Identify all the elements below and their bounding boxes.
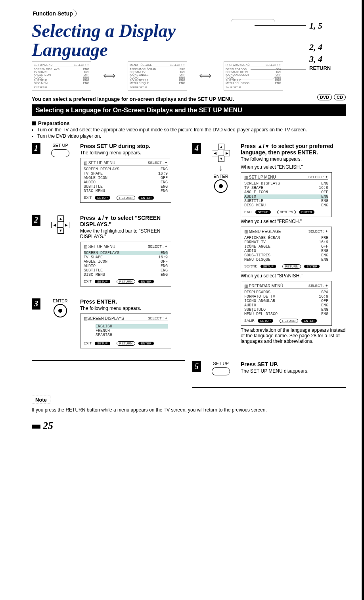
cd-pill: CD (334, 94, 346, 100)
osd-row: SCREEN DISPLAYSENG (244, 181, 328, 186)
dpad-up-icon: ▲ (218, 144, 224, 150)
divider (192, 387, 346, 388)
osd-row: TV SHAPE16:9 (84, 255, 168, 260)
mini-screen-eng: SET UP MENUSELECT : ✦ SCREEN DISPLAYSENG… (32, 62, 91, 90)
enter-button-icon (54, 304, 67, 317)
osd-screen: ▥SCREEN DISPLAYSSELECT : ✦ ENGLISHFRENCH… (80, 313, 171, 348)
osd-select: SELECT : ✦ (148, 316, 168, 321)
return-pill: RETURN (117, 196, 135, 200)
function-setup-badge: Function Setup (32, 10, 77, 18)
mini-foot: SORTIE:SETUP (130, 86, 185, 88)
osd-row: FORMATO DE TV16:9 (244, 294, 328, 299)
mini-select: SELECT : ✦ (170, 63, 185, 67)
osd-row: AFFICHAGE-ÉCRANFRE (244, 236, 328, 240)
dpad-up-icon: ▲ (57, 215, 64, 222)
step-text: The following menu appears. (80, 306, 185, 311)
step-heading: Press SET UP during stop. (80, 143, 185, 149)
setup-pill: SETUP (258, 319, 273, 323)
exit-label: EXIT (244, 210, 252, 214)
dpad-left-icon: ◀ (212, 150, 218, 156)
enter-pill: ENTER (299, 210, 314, 214)
osd-row: AUDIOENG (84, 264, 168, 268)
mini-foot: SALIR:SETUP (226, 86, 281, 88)
osd-title: PREPARAR MENÚ (249, 284, 284, 288)
mini-select: SELECT : ✦ (74, 63, 89, 67)
divider (192, 357, 346, 357)
step-3: 3 ENTER Press ENTER. The following menu … (32, 298, 185, 350)
step-4: 4 ▲ ▼ ◀ ▶ ↓ ENTER Press ▲/▼ to select yo… (192, 143, 346, 346)
setup-pill: SETUP (261, 265, 276, 268)
step-text: The following menu appears. (80, 150, 185, 156)
osd-title: SET UP MENU (88, 161, 115, 165)
osd-row: SUBTITULOENG (244, 308, 328, 312)
step-5: 5 SET UP Press SET UP. The SET UP MENU d… (192, 361, 346, 377)
mini-row: SUBTITULOENG (226, 79, 281, 82)
mini-row: MENU DISQUEENG (130, 82, 185, 85)
osd-select: SELECT : ✦ (148, 244, 168, 249)
return-pill: RETURN (280, 319, 298, 323)
osd-row: TV SHAPE16:9 (84, 171, 168, 176)
dvd-pill: DVD (317, 94, 332, 100)
dpad-down-icon: ▼ (218, 156, 224, 162)
return-pill: RETURN (117, 279, 135, 284)
osd-row: AUDIOENG (84, 180, 168, 185)
mini-row: FORMATO DE TV16:9 (226, 71, 281, 73)
section-ribbon: Selecting a Language for On-Screen Displ… (32, 104, 346, 116)
osd-row: MENU DISQUEENG (244, 258, 328, 262)
setup-pill: SETUP (95, 196, 110, 200)
step-text: The SET UP MENU disappears. (241, 368, 346, 374)
mini-row: SCREEN DISPLAYSENG (34, 68, 89, 71)
mini-row: TV SHAPE16:9 (34, 71, 89, 73)
step-number: 1 (32, 143, 40, 154)
prep-item: Turn the DVD video player on. (37, 133, 346, 139)
double-arrow-icon: ⟺ (199, 71, 212, 81)
dpad-right-icon: ▶ (63, 222, 69, 228)
return-pill: RETURN (117, 341, 135, 346)
dpad-icon: ▲ ▼ ◀ ▶ (51, 215, 69, 234)
step4-after-text: The abbreviation of the language appears… (241, 327, 346, 344)
step-heading: Press ENTER. (80, 298, 185, 305)
osd-row: SUBTITLEENG (84, 185, 168, 189)
osd-screen: ▥ SET UP MENUSELECT : ✦ SCREEN DISPLAYSE… (80, 158, 171, 203)
osd-row: ANGLE ICONOFF (84, 260, 168, 264)
mini-row: AFFICHAGE-ÉCRANFRE (130, 68, 185, 71)
callout-line (255, 25, 306, 26)
dpad-icon: ▲ ▼ ◀ ▶ (212, 144, 230, 162)
osd-row: DISC MENUENG (84, 273, 168, 277)
page-number: 25 (32, 420, 346, 432)
title-line-2: Language (32, 40, 108, 60)
enter-pill: ENTER (304, 265, 320, 268)
enter-pill: ENTER (138, 196, 154, 200)
step-heading: Press ▲/▼ to select your preferred langu… (241, 143, 346, 156)
down-arrow-icon: ↓ (205, 163, 237, 173)
osd-select: SELECT : ✦ (308, 175, 328, 179)
mini-title: MENU RÉGLAGE (130, 63, 152, 67)
callout-return: RETURN (309, 65, 331, 71)
exit-label: EXIT (84, 279, 92, 283)
osd-row: SOUS-TITRESENG (244, 253, 328, 258)
setup-pill: SETUP (95, 280, 110, 283)
osd-screen-spa: ▥ PREPARAR MENÚSELECT : ✦ DESPLEGADOSSPA… (241, 281, 332, 326)
function-setup-label: Function Setup (32, 10, 77, 17)
exit-label: SALIR (244, 319, 255, 323)
mini-title: SET UP MENU (34, 63, 53, 67)
dpad-left-icon: ◀ (51, 222, 57, 228)
mini-row: ANGLE ICONOFF (34, 73, 89, 76)
step-2: 2 ▲ ▼ ◀ ▶ Press ▲/▼ to select "SCREEN DI… (32, 215, 185, 288)
return-pill: RETURN (277, 210, 296, 214)
setup-button-icon (212, 367, 230, 375)
osd-list-item: FRENCH (96, 329, 168, 333)
osd-row: AUDIOENG (244, 249, 328, 253)
osd-row: DESPLEGADOSSPA (244, 290, 328, 294)
osd-row: ANGLE ICONOFF (84, 176, 168, 180)
setup-label: SET UP (205, 361, 237, 366)
prep-heading-text: Preparations (38, 120, 69, 126)
step-number: 3 (32, 298, 40, 310)
osd-title: SCREEN DISPLAYS (87, 316, 124, 321)
enter-pill: ENTER (301, 319, 317, 323)
osd-row: DISC MENUENG (244, 203, 328, 208)
when-english: When you select "ENGLISH." (241, 164, 346, 170)
osd-list-item: SPANISH (96, 333, 168, 337)
return-pill: RETURN (282, 264, 301, 269)
note-text: If you press the RETURN button while a m… (32, 407, 346, 413)
